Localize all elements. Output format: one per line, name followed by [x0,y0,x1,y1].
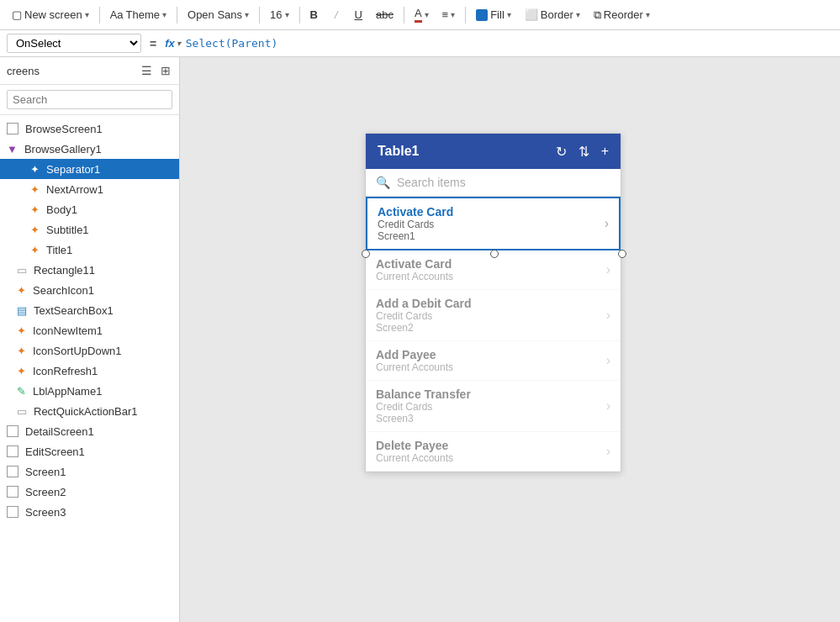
sidebar-item-icon-new-item-1[interactable]: ✦IconNewItem1 [0,320,179,340]
formula-equals: = [146,37,160,50]
shape-icon-icon: ▭ [17,405,27,418]
sidebar-item-browse-gallery-1[interactable]: ▼BrowseGallery1 [0,139,179,159]
table-row[interactable]: Add PayeeCurrent Accounts› [366,341,621,381]
sort-icon[interactable]: ⇅ [578,144,589,160]
sidebar-title: creens [7,65,40,77]
new-screen-label: New screen [24,8,82,21]
reorder-icon: ⧉ [594,8,601,22]
sidebar-item-subtitle-1[interactable]: ✦Subtitle1 [0,219,179,240]
grid-view-icon[interactable]: ⊞ [159,62,172,79]
sidebar-item-screen-3[interactable]: Screen3 [0,502,179,522]
sep5 [404,7,404,24]
sidebar-item-label: IconNewItem1 [33,324,103,337]
sidebar-item-browse-screen-1[interactable]: BrowseScreen1 [0,119,179,139]
table-row[interactable]: Activate CardCredit CardsScreen1› [366,197,621,250]
table-row[interactable]: Add a Debit CardCredit CardsScreen2› [366,290,621,341]
theme-button[interactable]: Aa Theme ▾ [105,6,172,24]
icon-icon: ✦ [17,365,26,377]
checkbox-icon [7,123,18,134]
row-content: Activate CardCredit CardsScreen1 [378,205,605,242]
text-color-icon: A [415,7,422,23]
canvas-area[interactable]: Table1 ↻ ⇅ + 🔍 Search items Activate Car… [180,57,840,622]
table-rows-container: Activate CardCredit CardsScreen1›Activat… [366,197,621,472]
sidebar-item-separator-1[interactable]: ✦Separator1 [0,159,179,179]
sidebar-item-label: Rectangle11 [34,264,95,277]
font-family-select[interactable]: Open Sans ▾ [182,6,254,24]
border-button[interactable]: ⬜ Border ▾ [520,6,585,24]
sidebar-item-screen-2[interactable]: Screen2 [0,482,179,502]
new-screen-icon: ▢ [12,8,22,21]
refresh-icon[interactable]: ↻ [556,144,567,160]
sidebar-item-title-1[interactable]: ✦Title1 [0,240,179,260]
row-title: Balance Transfer [376,387,606,401]
add-icon[interactable]: + [601,144,609,159]
sidebar-item-label: Title1 [46,244,72,256]
border-label: Border [541,8,573,21]
row-arrow-icon: › [606,353,610,368]
text-color-button[interactable]: A ▾ [409,4,434,25]
row-sub2: Screen1 [378,230,605,242]
reorder-button[interactable]: ⧉ Reorder ▾ [589,6,655,24]
sidebar-item-label: Screen2 [25,486,66,498]
font-family-label: Open Sans [188,8,242,21]
row-subtitle: Current Accounts [376,271,606,282]
sidebar-header: creens ☰ ⊞ [0,57,179,85]
sep6 [465,7,466,24]
fill-button[interactable]: Fill ▾ [471,6,516,24]
row-title: Add Payee [376,348,606,361]
sidebar-item-body-1[interactable]: ✦Body1 [0,199,179,219]
italic-label: / [331,8,341,21]
font-size-chevron: ▾ [285,10,289,19]
font-family-chevron: ▾ [245,10,249,19]
border-icon: ⬜ [525,8,538,21]
row-title: Activate Card [376,257,606,271]
sidebar-item-search-icon-1[interactable]: ✦SearchIcon1 [0,280,179,300]
font-size-select[interactable]: 16 ▾ [265,6,293,24]
formula-selector[interactable]: OnSelect [7,34,141,53]
list-view-icon[interactable]: ☰ [140,62,154,79]
row-arrow-icon: › [606,308,610,323]
underline-button[interactable]: U [350,6,367,24]
checkbox-icon [7,506,18,518]
new-screen-chevron: ▾ [85,10,89,19]
icon-icon: ✦ [30,224,40,236]
sep1 [99,7,100,24]
sidebar-item-lbl-app-name-1[interactable]: ✎LblAppName1 [0,381,179,401]
sidebar-item-label: NextArrow1 [46,183,103,196]
sidebar-item-screen-1[interactable]: Screen1 [0,461,179,482]
strikethrough-icon: abc [376,8,394,21]
formula-chevron: ▾ [177,39,181,48]
sidebar-search-input[interactable] [7,90,172,109]
row-subtitle: Credit Cards [376,310,606,322]
sidebar-item-rect-quick-action-bar-1[interactable]: ▭RectQuickActionBar1 [0,401,179,421]
theme-chevron: ▾ [162,10,166,19]
sep2 [177,7,177,24]
sidebar-item-text-search-box-1[interactable]: ▤TextSearchBox1 [0,300,179,320]
sidebar-item-edit-screen-1[interactable]: EditScreen1 [0,441,179,461]
bold-button[interactable]: B [305,6,323,24]
sidebar-item-icon-refresh-1[interactable]: ✦IconRefresh1 [0,361,179,381]
sidebar-item-rectangle-11[interactable]: ▭Rectangle11 [0,260,179,280]
sidebar-item-icon-sort-up-down-1[interactable]: ✦IconSortUpDown1 [0,340,179,361]
table-search-placeholder: Search items [397,176,466,189]
sep3 [259,7,260,24]
sidebar-item-detail-screen-1[interactable]: DetailScreen1 [0,421,179,441]
new-screen-button[interactable]: ▢ New screen ▾ [7,6,94,24]
table-row[interactable]: Balance TransferCredit CardsScreen3› [366,381,621,432]
italic-divider: / [326,6,346,24]
table-row[interactable]: Activate CardCurrent Accounts› [366,250,621,290]
align-button[interactable]: ≡ ▾ [437,6,461,24]
row-content: Activate CardCurrent Accounts [376,257,606,282]
row-arrow-icon: › [606,444,610,459]
sidebar-item-label: BrowseGallery1 [24,143,102,156]
sidebar-item-next-arrow-1[interactable]: ✦NextArrow1 [0,179,179,199]
text-icon-icon: ✎ [17,385,26,398]
checkbox-icon [7,486,18,498]
theme-icon: Aa [110,8,124,21]
reorder-chevron: ▾ [646,10,650,19]
row-arrow-icon: › [606,262,610,277]
sidebar-item-label: Body1 [46,203,77,216]
table-row[interactable]: Delete PayeeCurrent Accounts› [366,432,621,472]
strikethrough-button[interactable]: abc [371,6,399,24]
align-icon: ≡ [442,8,449,21]
